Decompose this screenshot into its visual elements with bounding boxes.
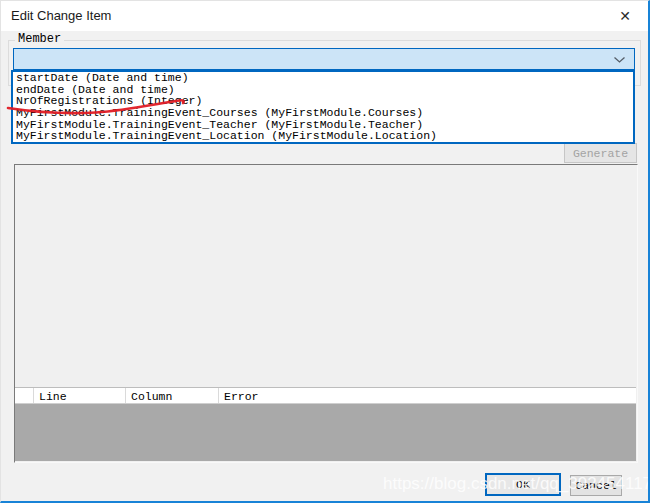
error-table: Line Column Error [15, 387, 636, 462]
error-table-empty-body [15, 404, 636, 461]
cancel-button-label: Cancel [575, 479, 616, 492]
close-button[interactable]: ✕ [612, 5, 638, 27]
member-dropdown-list: startDate (Date and time) endDate (Date … [11, 70, 635, 144]
row-selector-header [15, 388, 34, 403]
edit-change-item-dialog: Edit Change Item ✕ Member startDate (Dat… [0, 0, 650, 503]
error-table-header-row: Line Column Error [15, 387, 636, 404]
ok-button-label: OK [516, 478, 530, 491]
generate-button-label: Generate [573, 147, 628, 160]
member-group-label: Member [15, 32, 64, 46]
column-header-column[interactable]: Column [126, 388, 219, 403]
dropdown-item-startdate[interactable]: startDate (Date and time) [13, 72, 633, 84]
ok-button[interactable]: OK [485, 473, 561, 496]
dropdown-item-courses[interactable]: MyFirstModule.TrainingEvent_Courses (MyF… [13, 107, 633, 119]
dialog-title: Edit Change Item [11, 8, 111, 23]
cancel-button[interactable]: Cancel [570, 475, 622, 496]
close-icon: ✕ [619, 9, 631, 23]
member-combobox[interactable] [13, 48, 635, 70]
dropdown-item-location[interactable]: MyFirstModule.TrainingEvent_Location (My… [13, 130, 633, 142]
generate-button[interactable]: Generate [564, 143, 637, 163]
column-header-line[interactable]: Line [34, 388, 126, 403]
column-header-error[interactable]: Error [219, 388, 636, 403]
title-bar: Edit Change Item ✕ [1, 1, 648, 31]
chevron-down-icon [614, 57, 625, 63]
